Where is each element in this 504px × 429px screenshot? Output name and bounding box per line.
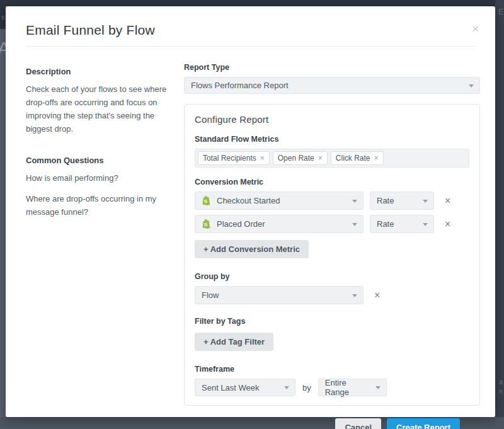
timeframe-row: Sent Last Week by Entire Range xyxy=(195,379,469,396)
group-by-row: Flow × xyxy=(195,286,469,304)
metric-tag-label: Total Recipients xyxy=(203,154,256,163)
timeframe-label: Timeframe xyxy=(195,365,469,374)
common-question: Where are drop-offs occurring in my mess… xyxy=(26,192,176,219)
svg-text:S: S xyxy=(204,222,207,227)
create-report-button[interactable]: Create Report xyxy=(387,418,460,429)
timeframe-interval-select[interactable]: Entire Range xyxy=(318,379,387,396)
shopify-icon: S xyxy=(202,219,211,229)
standard-flow-metrics-input[interactable]: Total Recipients × Open Rate × Click Rat… xyxy=(195,149,469,168)
common-questions-heading: Common Questions xyxy=(26,156,176,165)
remove-metric-icon[interactable]: × xyxy=(445,219,450,229)
conversion-metric-value: Placed Order xyxy=(217,219,265,229)
chevron-down-icon xyxy=(352,294,357,297)
report-type-select[interactable]: Flows Performance Report xyxy=(184,77,480,94)
remove-group-by-icon[interactable]: × xyxy=(374,290,380,300)
svg-text:S: S xyxy=(204,198,207,204)
conversion-metric-value: Checkout Started xyxy=(217,196,280,205)
chevron-down-icon xyxy=(375,386,381,389)
description-panel: Description Check each of your flows to … xyxy=(26,63,176,429)
background-right-strip xyxy=(495,0,504,429)
description-text: Check each of your flows to see where dr… xyxy=(26,83,176,135)
remove-tag-icon[interactable]: × xyxy=(318,154,323,163)
chevron-down-icon xyxy=(352,200,357,203)
close-icon[interactable]: × xyxy=(472,23,479,35)
modal-title: Email Funnel by Flow xyxy=(26,23,475,38)
metric-tag-label: Click Rate xyxy=(336,154,370,163)
group-by-label: Group by xyxy=(195,272,469,281)
group-by-value: Flow xyxy=(202,290,219,300)
configure-report-heading: Configure Report xyxy=(195,114,469,125)
screen: s A E a n Email Funnel by Flow × Descrip… xyxy=(0,0,504,429)
aggregation-value: Rate xyxy=(377,196,394,205)
report-form: Report Type Flows Performance Report Con… xyxy=(184,63,480,429)
chevron-down-icon xyxy=(423,200,428,203)
add-conversion-metric-button[interactable]: + Add Conversion Metric xyxy=(195,240,309,258)
metric-tag-label: Open Rate xyxy=(278,154,314,163)
conversion-metric-row: S Placed Order Rate × xyxy=(195,215,469,233)
report-modal: Email Funnel by Flow × Description Check… xyxy=(6,6,495,417)
conversion-metric-label: Conversion Metric xyxy=(195,178,469,186)
report-type-value: Flows Performance Report xyxy=(191,81,289,90)
chevron-down-icon xyxy=(469,84,474,88)
configure-report-section: Configure Report Standard Flow Metrics T… xyxy=(184,104,480,406)
group-by-select[interactable]: Flow xyxy=(195,286,364,304)
timeframe-value: Sent Last Week xyxy=(202,383,260,392)
aggregation-select[interactable]: Rate xyxy=(370,215,434,233)
shopify-icon: S xyxy=(202,195,211,206)
modal-body: Description Check each of your flows to … xyxy=(6,47,495,429)
chevron-down-icon xyxy=(423,223,428,226)
background-navbar-corner xyxy=(0,0,6,29)
remove-tag-icon[interactable]: × xyxy=(260,154,265,163)
timeframe-by-label: by xyxy=(302,383,311,392)
remove-tag-icon[interactable]: × xyxy=(374,154,378,163)
metric-tag: Total Recipients × xyxy=(198,151,270,165)
report-type-label: Report Type xyxy=(184,63,480,72)
timeframe-interval-value: Entire Range xyxy=(325,378,371,397)
description-heading: Description xyxy=(26,67,176,76)
conversion-metric-select[interactable]: S Placed Order xyxy=(195,215,364,233)
modal-header: Email Funnel by Flow × xyxy=(6,6,495,38)
chevron-down-icon xyxy=(352,223,357,226)
timeframe-select[interactable]: Sent Last Week xyxy=(195,379,295,396)
add-tag-filter-button[interactable]: + Add Tag Filter xyxy=(195,333,273,351)
filter-by-tags-label: Filter by Tags xyxy=(195,317,469,326)
common-question: How is email performing? xyxy=(26,171,176,185)
remove-metric-icon[interactable]: × xyxy=(445,196,450,206)
metric-tag: Click Rate × xyxy=(331,151,384,165)
standard-flow-metrics-label: Standard Flow Metrics xyxy=(195,135,469,144)
conversion-metric-row: S Checkout Started Rate × xyxy=(195,192,469,210)
cancel-button[interactable]: Cancel xyxy=(335,418,381,429)
metric-tag: Open Rate × xyxy=(273,151,328,165)
aggregation-select[interactable]: Rate xyxy=(370,192,434,210)
modal-footer: Cancel Create Report xyxy=(184,406,480,429)
conversion-metric-select[interactable]: S Checkout Started xyxy=(195,192,364,210)
chevron-down-icon xyxy=(284,386,289,389)
aggregation-value: Rate xyxy=(377,219,394,229)
background-topbar xyxy=(0,0,504,6)
